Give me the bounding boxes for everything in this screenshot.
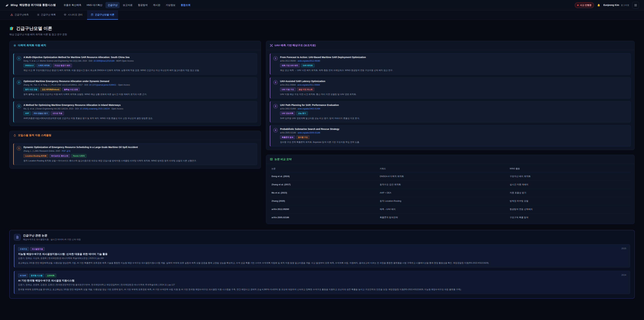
paper-meta: arXiv:2512.09260 · arxiv.org/abs/2512.09… bbox=[280, 60, 628, 62]
paper-title: Probabilistic Submarine Search and Rescu… bbox=[280, 128, 628, 130]
tag-chip: AHP bbox=[24, 111, 31, 115]
paper-tags: Location-Routing 최적화 하이브리드 휴리스틱 Pareto 다… bbox=[24, 154, 254, 158]
paper-meta: Ma, Q. et al. | Ocean Engineering Vol.28… bbox=[24, 108, 254, 110]
paper-authors: 김종기, 정해상, 윤종휘, 김종관, 김효진 | 한국환경정책연구원 물국토연… bbox=[18, 283, 626, 286]
cell-paper[interactable]: Dong et al. (2024) bbox=[270, 172, 378, 180]
user-block: Eunjeong Kim 로그아웃 bbox=[604, 4, 629, 7]
cell-paper[interactable]: arXiv:2505.02186 bbox=[270, 213, 378, 221]
paper-tags: UAV 경로계획 성능 평가 bbox=[280, 111, 628, 115]
paper-number-badge: 1 bbox=[17, 146, 21, 151]
table-row: Zhang et al. (2017) 동적수요·강건 최적화 실시간 자원 재… bbox=[270, 180, 631, 189]
nav-item-oil-spill-prediction[interactable]: 유출유 확산예측 bbox=[62, 2, 84, 8]
paper-meta: arXiv:2511.00844 · arxiv.org/abs/2511.00… bbox=[280, 84, 628, 86]
nav-item-emergency-rescue[interactable]: 긴급구난 bbox=[106, 2, 120, 8]
oil-spill-card: 오일스필 동적 자원 스케줄링 1 Dynamic Optimization o… bbox=[10, 131, 261, 169]
page-subtitle: 해상 긴급구난 자원 배치·최적화 이론 및 참고 연구 문헌 bbox=[10, 33, 634, 36]
paper-meta: arXiv:2402.01494 · arxiv.org/abs/2402.01… bbox=[280, 108, 628, 110]
related-card-title: 긴급구난 관련 논문 bbox=[23, 234, 81, 237]
tag-chip: 잠수함 구조 bbox=[296, 135, 310, 139]
tab-label: 긴급구난모델 이론 bbox=[95, 13, 114, 16]
paper-item[interactable]: 3 UAV Path Planning for SAR: Performance… bbox=[270, 101, 631, 123]
paper-description: UAV 지원 해상 구조 지연 시간 최적화. 통신·처리 지연 모델링 및 U… bbox=[280, 93, 628, 96]
paper-item[interactable]: 1 Dynamic Optimization of Emergency Reso… bbox=[13, 143, 257, 165]
related-paper[interactable]: 2025 수색구조 의사결정지원 지능형 해양수색구조 의사결정지원시스템: 신… bbox=[14, 244, 630, 267]
tag-chip: 동적 수요 모델 bbox=[24, 88, 39, 91]
paper-description: 해상 사고 후 구조자원(구조선·항공기) 배치 최적화. 비용·응답시간 동시… bbox=[24, 69, 254, 72]
alert-icon bbox=[10, 14, 13, 16]
arxiv-link[interactable]: arxiv.org/abs/2402.01494 bbox=[298, 108, 320, 110]
notification-bell-icon[interactable] bbox=[597, 4, 600, 7]
nav-item-weather[interactable]: 기상정보 bbox=[164, 2, 178, 8]
cell-paper[interactable]: arXiv:2512.09260 bbox=[270, 205, 378, 213]
tab-scenario-management[interactable]: 시나리오 관리 bbox=[60, 11, 86, 20]
cell-keyword: DNSGA-II 다목적 최적화 bbox=[378, 172, 508, 180]
paper-tags: AHP DEA 효율성 평가 내수로 적용 bbox=[24, 111, 254, 115]
pdf-link[interactable]: PDF 공개 bbox=[62, 150, 70, 152]
tab-label: 시나리오 관리 bbox=[68, 13, 83, 16]
paper-item[interactable]: 1 From Forecast to Action: UAV-Based Mar… bbox=[270, 53, 631, 75]
paper-item[interactable]: 2 UAV-Assisted SAR Latency Optimization … bbox=[270, 77, 631, 99]
drone-icon bbox=[270, 44, 273, 47]
main-nav: 유출유 확산예측 HNS·대기확산 긴급구난 보고자료 항공탐색 게시판 기상정… bbox=[62, 2, 192, 8]
related-papers-card: 긴급구난 관련 논문 해상수색구조 의사결정지원 · 실시간 데이터·AI 기반… bbox=[10, 230, 634, 299]
paper-item[interactable]: 2 Optimized Maritime Emergency Resource … bbox=[13, 77, 257, 99]
journal-name: J. Marine Science and Engineering bbox=[38, 60, 69, 62]
paper-tags: 수색구조 의사결정지원 bbox=[18, 247, 626, 251]
tag-chip: DEA 효율성 평가 bbox=[32, 111, 50, 115]
doi-link[interactable]: 10.3390/jmse12010184 bbox=[94, 60, 114, 62]
paper-description: 해상 조난 예측 → UAV 사전 배치 최적화. 예측-행동 연계 프레임워크… bbox=[280, 69, 628, 72]
doi-link[interactable]: 10.1371/journal.pone.0189411 bbox=[89, 84, 116, 86]
paper-item[interactable]: 1 A Multi-Objective Optimization Method … bbox=[13, 53, 257, 75]
journal-name: Ocean Engineering bbox=[36, 108, 53, 110]
paper-title: A Multi-Objective Optimization Method fo… bbox=[24, 56, 254, 59]
arxiv-link[interactable]: arxiv.org/abs/2512.09260 bbox=[298, 60, 320, 62]
main-content: 긴급구난모델 이론 해상 긴급구난 자원 배치·최적화 이론 및 참고 연구 문… bbox=[0, 26, 644, 298]
cell-usage: 실시간 자원 재배치 bbox=[508, 180, 631, 189]
nav-item-board[interactable]: 게시판 bbox=[151, 2, 162, 8]
wing-logo-icon bbox=[5, 3, 9, 7]
nav-item-reports[interactable]: 보고자료 bbox=[120, 2, 135, 8]
tag-chip: AI·SAR bbox=[18, 274, 28, 277]
paper-item[interactable]: 3 A Method for Optimizing Maritime Emerg… bbox=[13, 101, 257, 123]
oil-spill-card-header: 오일스필 동적 자원 스케줄링 bbox=[10, 131, 261, 140]
comparison-table: 논문 키워드 WING 활용 Dong et al. (2024) DNSGA-… bbox=[270, 165, 631, 221]
tag-chip: 예측 기반 UAV 배치 bbox=[280, 64, 300, 67]
paper-meta: arXiv:2505.02186 · arxiv.org/abs/2505.02… bbox=[280, 132, 628, 134]
paper-authors: 김종기, 정해상, 이성욱, 윤종휘 | 한국해양환경·에너지학회 학술대회논문… bbox=[18, 257, 626, 260]
card-title: 다목적 최적화 자원 배치 bbox=[18, 44, 46, 47]
right-column: UAV·예측 기반 해상구조 (보조자료) 1 From Forecast to… bbox=[266, 41, 634, 224]
tab-rescue-model-theory[interactable]: 긴급구난모델 이론 bbox=[87, 11, 118, 20]
app-logo[interactable]: Wing 해양환경 위기대응 통합시스템 bbox=[5, 3, 56, 7]
document-icon bbox=[16, 236, 19, 239]
nav-item-integrated-search[interactable]: 통합조회 bbox=[178, 2, 193, 8]
paper-item[interactable]: 4 Probabilistic Submarine Search and Res… bbox=[270, 125, 631, 147]
paper-tags: 동적 수요 모델 강건 최적화(Robust) 불확실 수요 반영 bbox=[24, 88, 254, 91]
table-icon bbox=[270, 158, 273, 161]
related-paper[interactable]: 2024 AI·SAR 한국형 시스템 표류예측 AI 기반 한국형 해양수색구… bbox=[14, 271, 630, 294]
related-card-header: 긴급구난 관련 논문 해상수색구조 의사결정지원 · 실시간 데이터·AI 기반… bbox=[14, 234, 630, 241]
paper-meta: Zhang, L. | LJMU Research Online, 2020 ·… bbox=[24, 150, 254, 153]
paper-abstract: 한국형 부유체 표류특성을 분석하고, 초고해상도 3차원 연안 해양예측 모델… bbox=[18, 288, 626, 291]
logout-link[interactable]: 로그아웃 bbox=[621, 4, 629, 7]
user-name: Eunjeong Kim bbox=[604, 4, 619, 6]
nav-item-hns-diffusion[interactable]: HNS·대기확산 bbox=[84, 2, 104, 8]
cell-paper[interactable]: Zhang (2020) bbox=[270, 197, 378, 205]
card-title: 논문 비교 요약 bbox=[274, 158, 292, 161]
arxiv-link[interactable]: arxiv.org/abs/2505.02186 bbox=[298, 132, 320, 134]
tag-chip: 확률론적 탐색 bbox=[280, 135, 295, 139]
paper-description: SAR 임무용 UAV 경로계획 알고리즘 성능 비교 평가. 탐색 커버리지·… bbox=[280, 117, 628, 120]
nav-item-aerial-search[interactable]: 항공탐색 bbox=[136, 2, 150, 8]
tab-rescue-prediction[interactable]: 긴급구난예측 bbox=[7, 11, 32, 20]
arxiv-link[interactable]: arxiv.org/abs/2511.00844 bbox=[298, 84, 320, 86]
hamburger-menu-button[interactable] bbox=[632, 2, 639, 9]
app-title: 해양환경 위기대응 통합시스템 bbox=[19, 3, 56, 7]
paper-tags: AI·SAR 한국형 시스템 표류예측 bbox=[18, 274, 626, 277]
tag-chip: 성능 평가 bbox=[296, 111, 308, 115]
doi-link[interactable]: 10.1016/j.oceaneng.2023.116224 bbox=[80, 108, 110, 110]
incident-status-badge[interactable]: 사고 진행중 bbox=[575, 2, 594, 8]
tab-rescue-list[interactable]: 긴급구난 목록 bbox=[33, 11, 59, 20]
cell-paper[interactable]: Zhang et al. (2017) bbox=[270, 180, 378, 189]
paper-title: UAV-Assisted SAR Latency Optimization bbox=[280, 80, 628, 83]
page-head: 긴급구난모델 이론 해상 긴급구난 자원 배치·최적화 이론 및 참고 연구 문… bbox=[10, 26, 634, 36]
cell-paper[interactable]: Ma et al. (2023) bbox=[270, 189, 378, 197]
